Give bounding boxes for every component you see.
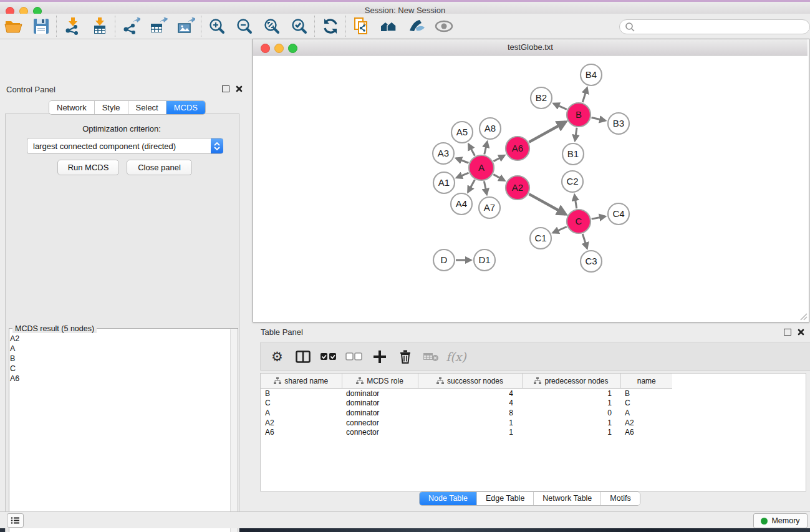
column-header[interactable]: shared name xyxy=(261,374,342,389)
edge-A2-C[interactable] xyxy=(529,194,566,214)
show-graphics-details-icon[interactable] xyxy=(430,15,458,37)
window-resize-grip[interactable] xyxy=(800,313,808,321)
table-row[interactable]: A6connector11A6 xyxy=(261,427,806,437)
close-panel-button[interactable]: Close panel xyxy=(127,160,192,175)
table-header-row[interactable]: shared nameMCDS rolesuccessor nodesprede… xyxy=(261,374,806,389)
table-cell[interactable]: 1 xyxy=(522,399,620,409)
tab-select[interactable]: Select xyxy=(128,101,166,114)
table-cell[interactable]: C xyxy=(261,399,342,409)
zoom-in-icon[interactable] xyxy=(203,15,231,37)
edge-B-B4[interactable] xyxy=(582,88,587,102)
table-cell[interactable]: connector xyxy=(342,418,418,428)
zoom-out-icon[interactable] xyxy=(231,15,258,37)
import-table-icon[interactable] xyxy=(86,15,113,37)
select-stepper-icon[interactable] xyxy=(211,138,223,153)
export-network-icon[interactable] xyxy=(117,15,145,37)
table-cell[interactable]: A2 xyxy=(620,418,672,428)
mcds-result-item[interactable]: A2 xyxy=(10,334,229,344)
table-cell[interactable]: dominator xyxy=(342,408,418,418)
table-cell[interactable]: 1 xyxy=(418,427,522,437)
deselect-all-checkboxes-icon[interactable] xyxy=(342,346,365,368)
edge-A-A5[interactable] xyxy=(469,144,475,155)
select-all-checkboxes-icon[interactable] xyxy=(317,346,340,368)
status-menu-button[interactable] xyxy=(7,513,24,528)
export-image-icon[interactable] xyxy=(172,15,200,37)
edge-A-A8[interactable] xyxy=(485,142,487,154)
table-cell[interactable]: B xyxy=(620,389,672,399)
table-cell[interactable]: A6 xyxy=(261,427,342,437)
table-cell[interactable]: A xyxy=(620,408,672,418)
edge-B-B2[interactable] xyxy=(554,104,567,109)
table-settings-gear-icon[interactable]: ⚙ xyxy=(266,346,289,368)
column-header[interactable]: name xyxy=(620,374,672,389)
table-cell[interactable]: C xyxy=(620,399,672,409)
mcds-list-scrollbar[interactable] xyxy=(230,329,237,532)
search-box[interactable] xyxy=(619,19,810,34)
table-cell[interactable]: dominator xyxy=(342,399,418,409)
mcds-result-list[interactable]: A2ABCA6 xyxy=(10,334,229,384)
tab-network-table[interactable]: Network Table xyxy=(534,492,601,505)
tab-mcds[interactable]: MCDS xyxy=(166,101,205,114)
mcds-result-item[interactable]: C xyxy=(10,364,229,374)
show-columns-icon[interactable] xyxy=(291,346,314,368)
edge-C-C4[interactable] xyxy=(592,216,605,219)
delete-columns-icon[interactable] xyxy=(393,346,417,368)
column-header[interactable]: predecessor nodes xyxy=(522,374,620,389)
tab-node-table[interactable]: Node Table xyxy=(420,492,477,505)
table-cell[interactable]: 4 xyxy=(418,399,522,409)
edge-A6-B[interactable] xyxy=(529,122,566,142)
edge-A-A7[interactable] xyxy=(484,181,486,195)
table-row[interactable]: Adominator80A xyxy=(261,408,806,418)
edge-A-A2[interactable] xyxy=(493,175,504,181)
mcds-result-item[interactable]: B xyxy=(10,354,229,364)
table-row[interactable]: Cdominator41C xyxy=(261,399,806,409)
edge-C-C3[interactable] xyxy=(582,234,587,248)
table-cell[interactable]: 1 xyxy=(522,427,620,437)
table-cell[interactable]: 1 xyxy=(522,418,620,428)
table-cell[interactable]: 0 xyxy=(522,408,620,418)
column-header[interactable]: successor nodes xyxy=(418,374,522,389)
edge-C-C2[interactable] xyxy=(574,195,576,209)
search-input[interactable] xyxy=(635,22,799,32)
table-cell[interactable]: B xyxy=(261,389,342,399)
table-body[interactable]: Bdominator41BCdominator41CAdominator80AA… xyxy=(261,389,806,437)
table-cell[interactable]: 8 xyxy=(418,408,522,418)
memory-button[interactable]: Memory xyxy=(753,513,808,528)
network-window-titlebar[interactable]: testGlobe.txt xyxy=(253,39,808,56)
table-cell[interactable]: connector xyxy=(342,427,418,437)
close-panel-icon[interactable] xyxy=(798,329,804,336)
tab-network[interactable]: Network xyxy=(49,101,95,114)
mcds-result-item[interactable]: A xyxy=(10,344,229,354)
zoom-selected-icon[interactable] xyxy=(286,15,313,37)
edge-A-A1[interactable] xyxy=(456,173,468,178)
edge-A-A3[interactable] xyxy=(456,158,469,163)
show-all-networks-icon[interactable] xyxy=(375,15,403,37)
node-table[interactable]: shared nameMCDS rolesuccessor nodesprede… xyxy=(260,373,806,491)
open-folder-icon[interactable] xyxy=(0,15,27,37)
zoom-fit-icon[interactable] xyxy=(258,15,286,37)
optimization-criterion-select[interactable]: largest connected component (directed) xyxy=(27,138,223,154)
edge-C-C1[interactable] xyxy=(553,226,567,233)
save-icon[interactable] xyxy=(27,15,55,37)
network-graph-canvas[interactable]: B4B2BB3A5A8A6B1A3AC2A1A2A4A7C4CC1C3DD1 xyxy=(253,56,808,321)
run-mcds-button[interactable]: Run MCDS xyxy=(57,160,119,175)
float-panel-icon[interactable] xyxy=(784,329,791,336)
tab-edge-table[interactable]: Edge Table xyxy=(477,492,534,505)
close-panel-icon[interactable] xyxy=(236,85,243,92)
import-network-icon[interactable] xyxy=(59,15,86,37)
table-cell[interactable]: A6 xyxy=(620,427,672,437)
table-cell[interactable]: 1 xyxy=(522,389,620,399)
table-cell[interactable]: 1 xyxy=(418,418,522,428)
edge-A-A4[interactable] xyxy=(468,180,475,191)
table-cell[interactable]: 4 xyxy=(418,389,522,399)
table-cell[interactable]: A2 xyxy=(261,418,342,428)
export-table-icon[interactable] xyxy=(145,15,172,37)
table-row[interactable]: Bdominator41B xyxy=(261,389,806,399)
add-column-icon[interactable] xyxy=(368,346,391,368)
edge-B-B3[interactable] xyxy=(592,117,605,120)
hide-graphics-details-icon[interactable] xyxy=(403,15,430,37)
float-panel-icon[interactable] xyxy=(222,85,229,92)
tab-motifs[interactable]: Motifs xyxy=(601,492,639,505)
table-cell[interactable]: A xyxy=(261,408,342,418)
edge-A-A6[interactable] xyxy=(493,155,504,161)
